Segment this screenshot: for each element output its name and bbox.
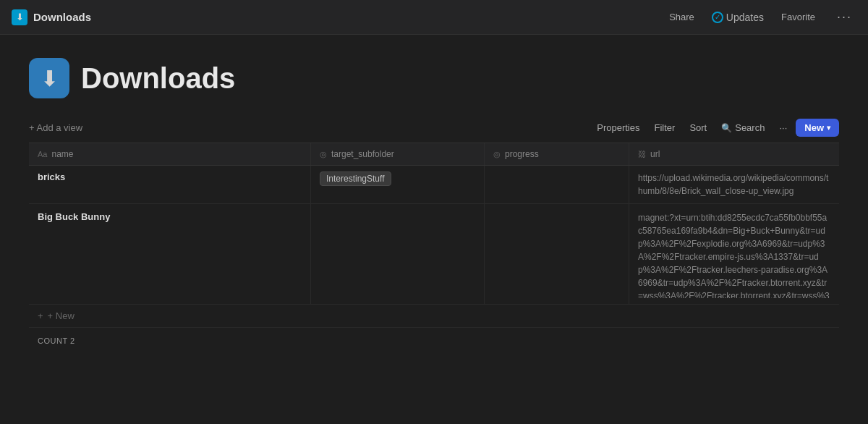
search-button[interactable]: 🔍 Search bbox=[715, 119, 770, 136]
col-header-url[interactable]: ⛓ url bbox=[629, 143, 839, 165]
link-icon: ⛓ bbox=[638, 150, 646, 158]
table-row[interactable]: Big Buck Bunny magnet:?xt=urn:btih:dd825… bbox=[29, 204, 839, 305]
table: Aa name ◎ target_subfolder ◎ progress ⛓ … bbox=[29, 143, 839, 354]
sort-button[interactable]: Sort bbox=[684, 119, 712, 136]
cell-url-bricks: https://upload.wikimedia.org/wikipedia/c… bbox=[629, 166, 839, 203]
favorite-button[interactable]: Favorite bbox=[775, 9, 821, 25]
cell-name-bbb: Big Buck Bunny bbox=[29, 204, 311, 304]
table-header: Aa name ◎ target_subfolder ◎ progress ⛓ … bbox=[29, 143, 839, 166]
chevron-down-icon: ▾ bbox=[827, 124, 830, 132]
filter-button[interactable]: Filter bbox=[648, 119, 681, 136]
target-icon: ◎ bbox=[320, 150, 327, 159]
share-button[interactable]: Share bbox=[663, 9, 700, 25]
cell-progress-bbb bbox=[485, 204, 629, 304]
title-bar-title: Downloads bbox=[33, 11, 91, 23]
cell-subfolder-bbb bbox=[311, 204, 485, 304]
toolbar: + Add a view Properties Filter Sort 🔍 Se… bbox=[29, 119, 839, 143]
title-bar-left: ⬇ Downloads bbox=[12, 9, 91, 25]
cell-progress-bricks bbox=[485, 166, 629, 203]
search-icon: 🔍 bbox=[721, 123, 732, 133]
page-header: ⬇ Downloads bbox=[29, 58, 839, 98]
title-bar: ⬇ Downloads Share ✓ Updates Favorite ··· bbox=[0, 0, 868, 35]
updates-button[interactable]: ✓ Updates bbox=[712, 12, 764, 23]
more-options-button[interactable]: ··· bbox=[833, 8, 856, 26]
page-icon: ⬇ bbox=[29, 58, 69, 98]
title-bar-right: Share ✓ Updates Favorite ··· bbox=[663, 8, 856, 26]
page-title: Downloads bbox=[81, 62, 235, 95]
plus-icon: + bbox=[38, 310, 43, 321]
cell-name-bricks: bricks bbox=[29, 166, 311, 203]
col-header-name[interactable]: Aa name bbox=[29, 143, 311, 165]
cell-subfolder-bricks: InterestingStuff bbox=[311, 166, 485, 203]
col-header-progress[interactable]: ◎ progress bbox=[485, 143, 629, 165]
col-header-subfolder[interactable]: ◎ target_subfolder bbox=[311, 143, 485, 165]
cell-url-bbb: magnet:?xt=urn:btih:dd8255ecdc7ca55fb0bb… bbox=[629, 204, 839, 304]
new-button[interactable]: New ▾ bbox=[796, 119, 839, 137]
add-view-button[interactable]: + Add a view bbox=[29, 122, 82, 133]
text-icon: Aa bbox=[38, 150, 47, 158]
check-icon: ✓ bbox=[712, 12, 723, 23]
more-toolbar-button[interactable]: ··· bbox=[773, 119, 793, 136]
count-footer: COUNT 2 bbox=[29, 328, 839, 354]
main-content: ⬇ Downloads + Add a view Properties Filt… bbox=[0, 35, 868, 354]
properties-button[interactable]: Properties bbox=[591, 119, 645, 136]
toolbar-right: Properties Filter Sort 🔍 Search ··· New … bbox=[591, 119, 839, 137]
progress-icon: ◎ bbox=[493, 150, 501, 159]
table-row[interactable]: bricks InterestingStuff https://upload.w… bbox=[29, 166, 839, 204]
app-icon: ⬇ bbox=[12, 9, 27, 25]
add-row-button[interactable]: + + New bbox=[29, 305, 839, 328]
